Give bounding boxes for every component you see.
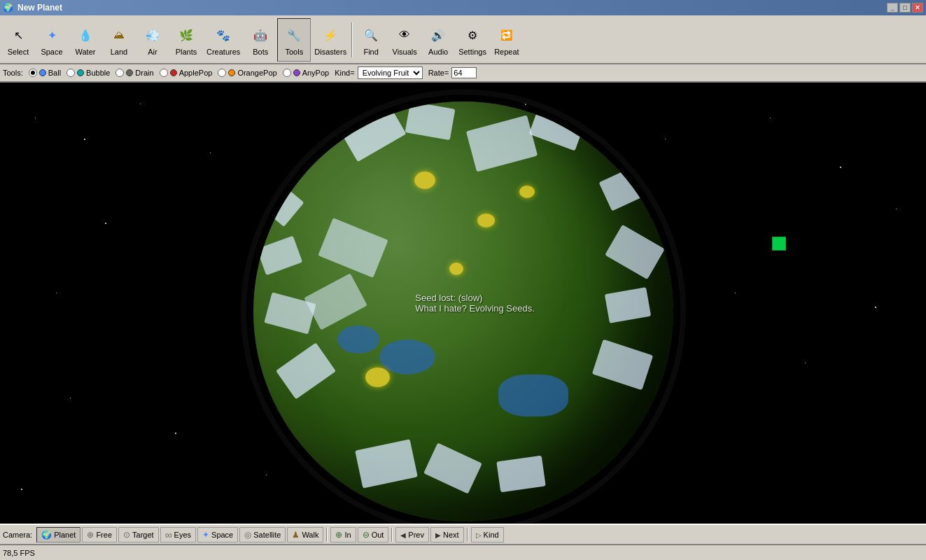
next-icon: [435, 531, 441, 539]
ice-patch: [253, 176, 304, 227]
bubble-label: Bubble: [86, 69, 110, 77]
camera-space-label: Space: [211, 531, 233, 539]
ice-patch: [528, 102, 587, 150]
toolbar-space[interactable]: Space: [35, 18, 69, 62]
camera-free-button[interactable]: Free: [82, 527, 117, 542]
toolbar-tools-label: Tools: [285, 48, 303, 56]
toolbar-audio[interactable]: Audio: [421, 18, 455, 62]
camera-planet-button[interactable]: Planet: [36, 527, 80, 542]
camera-in-button[interactable]: In: [330, 527, 356, 542]
toolbar-settings[interactable]: Settings: [455, 18, 490, 62]
close-button[interactable]: ✕: [912, 3, 923, 13]
toolbar-water[interactable]: Water: [69, 18, 102, 62]
toolbar-select-label: Select: [8, 48, 29, 56]
visuals-icon: [393, 24, 416, 46]
yellow-spot: [477, 214, 495, 227]
star: [210, 153, 211, 153]
toolbar-settings-label: Settings: [458, 48, 486, 56]
minimize-button[interactable]: _: [887, 3, 898, 13]
fps-display: 78,5 FPS: [3, 549, 35, 557]
water-patch: [498, 374, 568, 416]
eyes-cam-icon: [165, 529, 172, 540]
star: [875, 307, 876, 308]
walk-cam-icon: [292, 530, 300, 540]
camera-next-button[interactable]: Next: [430, 527, 464, 542]
ice-patch: [256, 236, 302, 275]
option-ball[interactable]: Ball: [29, 69, 61, 77]
ice-patch: [496, 456, 545, 493]
radio-ball[interactable]: [29, 69, 37, 77]
toolbar-find[interactable]: Find: [354, 18, 388, 62]
in-icon: [335, 530, 342, 540]
camera-kind-button[interactable]: Kind: [471, 527, 504, 542]
rate-control: Rate=: [428, 67, 477, 78]
repeat-icon: [496, 24, 518, 46]
toolbar-repeat-label: Repeat: [494, 48, 519, 56]
toolbar-space-label: Space: [41, 48, 62, 56]
sub-toolbar: Tools: Ball Bubble Drain ApplePop Orange…: [0, 64, 926, 83]
applepop-color-dot: [170, 69, 177, 76]
ice-patch: [338, 102, 406, 162]
toolbar-find-label: Find: [363, 48, 378, 56]
camera-walk-button[interactable]: Walk: [287, 527, 323, 542]
viewport[interactable]: Seed lost: (slow) What I hate? Evolving …: [0, 83, 926, 524]
camera-walk-label: Walk: [302, 531, 318, 539]
camera-target-button[interactable]: Target: [118, 527, 159, 542]
toolbar-creatures[interactable]: Creatures: [203, 18, 244, 62]
toolbar-repeat[interactable]: Repeat: [490, 18, 524, 62]
title-bar-controls: _ □ ✕: [887, 3, 923, 13]
toolbar-select[interactable]: Select: [1, 18, 35, 62]
kind-dropdown[interactable]: Evolving Fruit Apple Orange Cherry: [358, 66, 423, 79]
radio-bubble[interactable]: [66, 69, 75, 77]
option-drain[interactable]: Drain: [115, 69, 153, 77]
camera-satellite-button[interactable]: Satellite: [239, 527, 286, 542]
star: [105, 223, 106, 224]
anypop-color-dot: [293, 69, 300, 76]
camera-prev-button[interactable]: Prev: [395, 527, 429, 542]
option-anypop[interactable]: AnyPop: [283, 69, 330, 77]
camera-eyes-button[interactable]: Eyes: [160, 527, 196, 542]
radio-applepop[interactable]: [160, 69, 168, 77]
toolbar-air[interactable]: Air: [136, 18, 169, 62]
star: [140, 104, 141, 104]
toolbar-land[interactable]: Land: [102, 18, 136, 62]
ice-patch: [465, 115, 537, 172]
camera-space-button[interactable]: Space: [197, 527, 238, 542]
toolbar-visuals-label: Visuals: [393, 48, 417, 56]
ice-patch: [605, 225, 665, 279]
toolbar-creatures-label: Creatures: [206, 48, 240, 56]
camera-target-label: Target: [132, 531, 154, 539]
space-object: [772, 237, 786, 251]
toolbar-visuals[interactable]: Visuals: [388, 18, 421, 62]
star: [896, 209, 897, 209]
toolbar-disasters-label: Disasters: [314, 48, 346, 56]
title-bar: 🌍 New Planet _ □ ✕: [0, 0, 926, 15]
kind-icon: [476, 531, 482, 539]
land-icon: [108, 24, 130, 46]
ice-patch: [405, 102, 455, 140]
disasters-icon: [319, 24, 342, 46]
rate-input[interactable]: [451, 67, 477, 78]
bots-icon: [249, 24, 272, 46]
maximize-button[interactable]: □: [899, 3, 911, 13]
toolbar-tools[interactable]: Tools: [277, 18, 311, 62]
settings-icon: [461, 24, 484, 46]
drain-color-dot: [126, 69, 133, 76]
star: [735, 293, 736, 293]
water-patch: [337, 326, 379, 354]
radio-drain[interactable]: [115, 69, 124, 77]
main-toolbar: Select Space Water Land Air Plants Creat…: [0, 15, 926, 64]
radio-orangepop[interactable]: [218, 69, 226, 77]
rate-label: Rate=: [428, 69, 449, 77]
toolbar-separator: [351, 22, 353, 57]
out-icon: [363, 530, 370, 540]
camera-out-button[interactable]: Out: [358, 527, 389, 542]
toolbar-disasters[interactable]: Disasters: [311, 18, 350, 62]
toolbar-plants[interactable]: Plants: [169, 18, 203, 62]
option-bubble[interactable]: Bubble: [66, 69, 110, 77]
radio-anypop[interactable]: [283, 69, 291, 77]
hud-text: Seed lost: (slow) What I hate? Evolving …: [415, 293, 535, 314]
toolbar-bots[interactable]: Bots: [244, 18, 277, 62]
option-applepop[interactable]: ApplePop: [160, 69, 213, 77]
option-orangepop[interactable]: OrangePop: [218, 69, 276, 77]
